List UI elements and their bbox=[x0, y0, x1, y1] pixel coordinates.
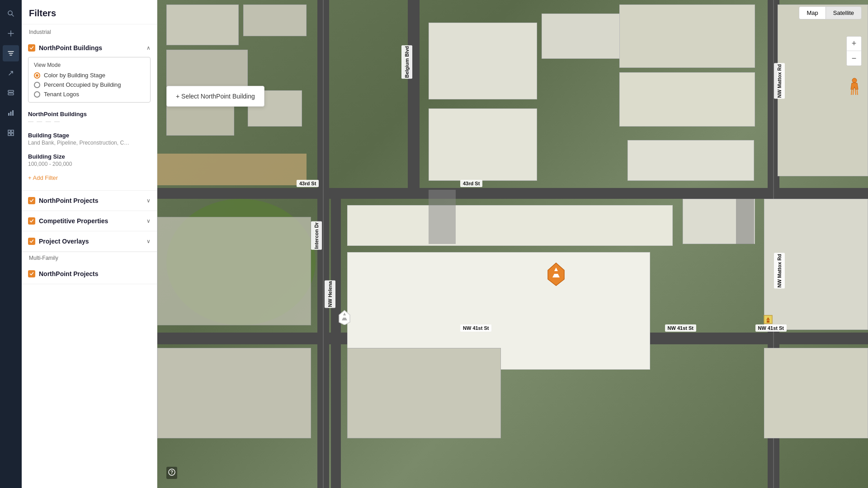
warehouse-tr-1 bbox=[429, 23, 537, 99]
building-stage-filter-value: Land Bank, Pipeline, Preconstruction, C… bbox=[28, 140, 151, 146]
project-overlays-header[interactable]: Project Overlays ∨ bbox=[22, 235, 157, 248]
northpoint-projects-section: NorthPoint Projects ∨ bbox=[22, 191, 157, 211]
northpoint-projects-checkbox[interactable] bbox=[28, 197, 35, 204]
street-view-person[interactable] bbox=[848, 77, 861, 98]
northpoint-buildings-filter-item: NorthPoint Buildings — — — — bbox=[22, 107, 157, 128]
northpoint-marker-small[interactable] bbox=[338, 310, 351, 327]
warehouse-lower-center-1 bbox=[347, 205, 673, 246]
competitive-properties-checkbox[interactable] bbox=[28, 217, 35, 225]
northpoint-buildings-filter-dashes: — — — — bbox=[28, 118, 151, 125]
mf-northpoint-projects-checkbox[interactable] bbox=[28, 270, 35, 277]
radio-percent-occupied-label: Percent Occupied by Building bbox=[44, 81, 121, 88]
svg-rect-11 bbox=[12, 110, 14, 116]
zoom-in-btn[interactable]: + bbox=[847, 37, 861, 51]
svg-point-25 bbox=[852, 78, 857, 83]
warehouse-mid-left-1 bbox=[157, 217, 311, 325]
svg-rect-10 bbox=[10, 112, 12, 116]
radio-color-by-stage-label: Color by Building Stage bbox=[44, 72, 105, 79]
northpoint-buildings-header[interactable]: NorthPoint Buildings ∧ bbox=[22, 42, 157, 54]
northpoint-buildings-chevron: ∧ bbox=[146, 45, 151, 51]
radio-tenant-logos[interactable]: Tenant Logos bbox=[34, 91, 145, 98]
warehouse-right-2 bbox=[619, 72, 755, 127]
warehouse-mid-right-1 bbox=[627, 140, 754, 181]
northpoint-buildings-filter-title: NorthPoint Buildings bbox=[28, 111, 151, 117]
competitive-properties-header-left: Competitive Properties bbox=[28, 217, 108, 225]
parking-2 bbox=[736, 199, 754, 244]
small-yellow-marker[interactable] bbox=[763, 314, 773, 329]
zoom-out-btn[interactable]: − bbox=[847, 51, 861, 66]
svg-rect-13 bbox=[11, 130, 14, 132]
construction-area bbox=[157, 154, 307, 185]
radio-color-by-stage[interactable]: Color by Building Stage bbox=[34, 72, 145, 79]
warehouse-bottom-right bbox=[764, 348, 868, 438]
warehouse-tr-2 bbox=[542, 14, 632, 59]
northpoint-buildings-title: NorthPoint Buildings bbox=[39, 44, 102, 52]
warehouse-right-1 bbox=[619, 5, 755, 68]
help-icon[interactable]: ? bbox=[166, 467, 177, 479]
radio-percent-occupied-circle bbox=[34, 82, 40, 88]
northpoint-buildings-header-left: NorthPoint Buildings bbox=[28, 44, 102, 52]
view-mode-box: View Mode Color by Building Stage Percen… bbox=[28, 57, 151, 103]
project-overlays-title: Project Overlays bbox=[39, 238, 89, 245]
svg-rect-9 bbox=[8, 113, 9, 116]
northpoint-projects-title: NorthPoint Projects bbox=[39, 197, 98, 204]
layers-icon-btn[interactable] bbox=[3, 85, 19, 101]
building-stage-filter-item: Building Stage Land Bank, Pipeline, Prec… bbox=[22, 128, 157, 150]
northpoint-buildings-checkbox[interactable] bbox=[28, 44, 35, 52]
view-mode-label: View Mode bbox=[34, 62, 145, 68]
northpoint-projects-chevron: ∨ bbox=[146, 197, 151, 204]
svg-rect-12 bbox=[8, 130, 10, 132]
road-divider-1 bbox=[323, 0, 324, 488]
radio-color-by-stage-circle bbox=[34, 72, 40, 79]
project-overlays-header-left: Project Overlays bbox=[28, 238, 89, 245]
share-icon-btn[interactable] bbox=[3, 65, 19, 81]
warehouse-bottom-center bbox=[347, 348, 501, 438]
competitive-properties-header[interactable]: Competitive Properties ∨ bbox=[22, 215, 157, 227]
project-overlays-section: Project Overlays ∨ bbox=[22, 231, 157, 252]
industrial-section-label: Industrial bbox=[22, 24, 157, 38]
warehouse-tr-3 bbox=[429, 108, 537, 181]
svg-rect-14 bbox=[8, 133, 10, 136]
building-size-filter-item: Building Size 100,000 - 200,000 bbox=[22, 150, 157, 171]
multi-family-section-label: Multi-Family bbox=[22, 252, 157, 264]
sidebar-header: Filters bbox=[22, 0, 157, 24]
northpoint-projects-header[interactable]: NorthPoint Projects ∨ bbox=[22, 194, 157, 207]
project-overlays-checkbox[interactable] bbox=[28, 238, 35, 245]
svg-text:?: ? bbox=[170, 470, 173, 475]
building-stage-filter-title: Building Stage bbox=[28, 132, 151, 139]
grid-icon-btn[interactable] bbox=[3, 125, 19, 141]
warehouse-right-lower-1 bbox=[764, 199, 868, 330]
belgium-blvd-road bbox=[408, 0, 420, 194]
competitive-properties-chevron: ∨ bbox=[146, 218, 151, 224]
chart-icon-btn[interactable] bbox=[3, 105, 19, 121]
map-type-map-btn[interactable]: Map bbox=[799, 6, 825, 19]
radio-percent-occupied[interactable]: Percent Occupied by Building bbox=[34, 81, 145, 88]
building-size-filter-value: 100,000 - 200,000 bbox=[28, 161, 151, 167]
svg-rect-7 bbox=[8, 90, 14, 92]
add-icon-btn[interactable] bbox=[3, 25, 19, 42]
icon-bar bbox=[0, 0, 22, 488]
add-filter-btn[interactable]: + Add Filter bbox=[22, 171, 157, 187]
mf-northpoint-projects-header[interactable]: NorthPoint Projects bbox=[22, 267, 157, 280]
select-building-popup-text: + Select NorthPoint Building bbox=[176, 93, 255, 100]
map-container[interactable]: 43rd St 43rd St NW 41st St NW 41st St NW… bbox=[157, 0, 868, 488]
radio-tenant-logos-circle bbox=[34, 91, 40, 98]
warehouse-bottom-left bbox=[157, 348, 311, 438]
parking-1 bbox=[429, 190, 456, 244]
building-top-left-2 bbox=[243, 5, 307, 36]
svg-rect-15 bbox=[11, 133, 14, 136]
svg-line-1 bbox=[12, 14, 14, 16]
building-size-filter-title: Building Size bbox=[28, 153, 151, 160]
map-type-satellite-btn[interactable]: Satellite bbox=[826, 6, 862, 19]
43rd-st-road bbox=[157, 188, 868, 199]
select-building-popup[interactable]: + Select NorthPoint Building bbox=[166, 86, 264, 107]
search-icon-btn[interactable] bbox=[3, 5, 19, 22]
project-overlays-chevron: ∨ bbox=[146, 238, 151, 244]
northpoint-projects-header-left: NorthPoint Projects bbox=[28, 197, 98, 204]
sidebar: Filters Industrial NorthPoint Buildings … bbox=[22, 0, 157, 488]
northpoint-marker-main[interactable] bbox=[546, 262, 566, 288]
map-zoom-controls: + − bbox=[846, 36, 862, 66]
mf-northpoint-projects-title: NorthPoint Projects bbox=[39, 270, 98, 277]
northpoint-buildings-section: NorthPoint Buildings ∧ View Mode Color b… bbox=[22, 38, 157, 191]
filter-icon-btn[interactable] bbox=[3, 45, 19, 61]
